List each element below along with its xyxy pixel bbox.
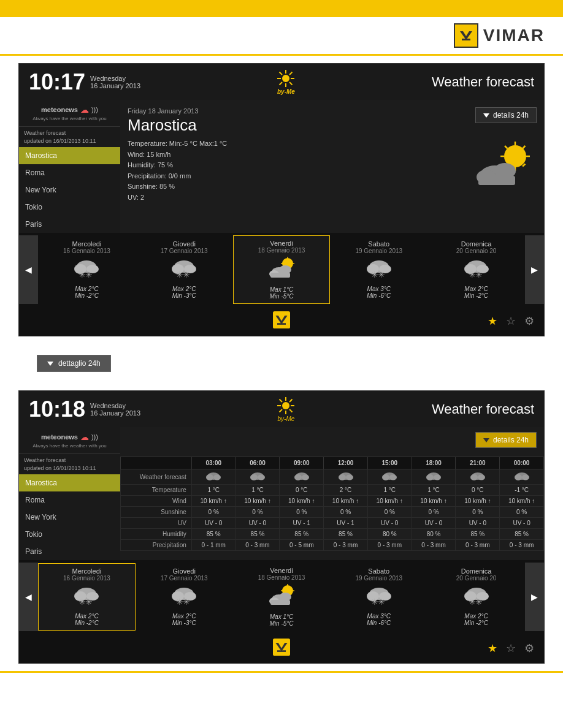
- forecast-day-0[interactable]: Mercoledi 16 Gennaio 2013 ✳ ✳ Max 2°CMin…: [38, 236, 136, 303]
- city-item2-marostica[interactable]: Marostica: [19, 474, 120, 491]
- day-icon2-4: ✳ ✳: [431, 584, 522, 610]
- hum-18: 80 %: [412, 529, 456, 540]
- day-name2-3: Sabato: [333, 567, 424, 575]
- hum-21: 85 %: [456, 529, 500, 540]
- forecast-day2-4[interactable]: Domenica 20 Gennaio 20 ✳ ✳ Max 2°CMin -2…: [427, 563, 525, 631]
- sun-cloud-small-2: [268, 256, 295, 279]
- sun-03: 0 %: [191, 507, 236, 518]
- prec-21: 0 - 3 mm: [456, 540, 500, 551]
- forecast-day2-2[interactable]: Venerdi 18 Gennaio 2013 Max: [233, 563, 331, 631]
- sun-21: 0 %: [456, 507, 500, 518]
- next-day-btn2[interactable]: ▶: [525, 563, 544, 631]
- widget1-time: 10:17: [29, 69, 85, 95]
- forecast-day2-3[interactable]: Sabato 19 Gennaio 2013 ✳ ✳ Max 3°CMin -6…: [330, 563, 427, 631]
- star-empty-icon2[interactable]: ☆: [506, 642, 516, 655]
- label-temp: Temperature: [121, 485, 192, 496]
- star-filled-icon2[interactable]: ★: [488, 642, 497, 655]
- city-item2-tokio[interactable]: Tokio: [19, 526, 120, 543]
- details-24h-btn1[interactable]: details 24h: [475, 107, 537, 123]
- city-item-tokio[interactable]: Tokio: [19, 199, 120, 216]
- day-temp-4: Max 2°CMin -2°C: [431, 286, 522, 299]
- wind-21: 10 km/h ↑: [456, 496, 500, 507]
- day-icon2-2: [236, 583, 327, 611]
- sun-12: 0 %: [324, 507, 368, 518]
- forecast-day2-1[interactable]: Giovedi 17 Gennaio 2013 ✳ ✳ Max 2°CMin -…: [136, 563, 233, 631]
- details-24h-btn2[interactable]: details 24h: [475, 432, 537, 448]
- svg-point-77: [346, 475, 353, 480]
- widget1-weekday: Wednesday: [90, 75, 140, 82]
- svg-line-17: [505, 146, 508, 149]
- hum-06: 85 %: [236, 529, 280, 540]
- day-name2-1: Giovedi: [139, 567, 230, 575]
- widget2-weekday: Wednesday: [90, 402, 140, 409]
- widget2-body: meteonews ☁ ))) Always have the weather …: [19, 427, 544, 634]
- prev-day-btn2[interactable]: ◀: [19, 563, 38, 631]
- svg-line-8: [280, 72, 283, 75]
- day-date-3: 19 Gennaio 2013: [333, 248, 424, 254]
- svg-rect-0: [457, 26, 475, 45]
- forecast-day-2[interactable]: Venerdi 18 Gennaio 2013 Max: [233, 235, 331, 304]
- label-precip: Precipitation: [121, 540, 192, 551]
- svg-point-88: [515, 474, 522, 480]
- byme-sun-icon: [276, 69, 296, 88]
- star-filled-icon1[interactable]: ★: [488, 314, 497, 328]
- city-item-newyork[interactable]: New York: [19, 181, 120, 199]
- day-name2-0: Mercoledi: [41, 567, 132, 575]
- uv-15: UV - 0: [367, 518, 412, 529]
- svg-rect-24: [478, 176, 515, 185]
- prec-09: 0 - 5 mm: [280, 540, 324, 551]
- city-item-marostica[interactable]: Marostica: [19, 147, 120, 164]
- svg-point-73: [294, 474, 302, 480]
- settings-icon2[interactable]: ⚙: [524, 642, 534, 655]
- city-item2-paris[interactable]: Paris: [19, 543, 120, 560]
- widget1-date-block: Wednesday 16 January 2013: [90, 75, 140, 89]
- svg-point-41: [279, 265, 291, 274]
- uv-06: UV - 0: [236, 518, 280, 529]
- svg-point-68: [213, 475, 221, 480]
- settings-icon1[interactable]: ⚙: [524, 314, 534, 328]
- detail-standalone-btn[interactable]: dettaglio 24h: [37, 355, 111, 372]
- updated-label2: Weather forecast: [24, 457, 115, 464]
- snow-icon-1: ✳ ✳: [172, 257, 196, 279]
- table-row-precip: Precipitation 0 - 1 mm 0 - 3 mm 0 - 5 mm…: [121, 540, 544, 551]
- svg-point-74: [302, 475, 309, 480]
- day-temp2-1: Max 2°CMin -3°C: [139, 613, 230, 626]
- city-item2-roma[interactable]: Roma: [19, 491, 120, 509]
- meteonews-logo2: meteonews ☁ ))) Always have the weather …: [19, 427, 120, 454]
- updated-on1: updated on 16/01/2013 10:11: [24, 137, 115, 145]
- label-wind: Wind: [121, 496, 192, 507]
- weather-icon-large1: [469, 139, 537, 190]
- day-icon2-3: ✳ ✳: [333, 584, 424, 610]
- snow-icon2-0: ✳ ✳: [74, 584, 99, 606]
- city-item-roma[interactable]: Roma: [19, 164, 120, 181]
- detail-table2: 03:00 06:00 09:00 12:00 15:00 18:00 21:0…: [120, 457, 544, 551]
- widget1-forecast-content: Friday 18 January 2013 Marostica Tempera…: [120, 100, 544, 233]
- forecast-day-4[interactable]: Domenica 20 Gennaio 20 ✳ ✳ Max 2°CMin -2…: [427, 236, 525, 303]
- city-item2-newyork[interactable]: New York: [19, 509, 120, 526]
- forecast-day2-0[interactable]: Mercoledi 16 Gennaio 2013 ✳ ✳ Max 2°CMin…: [38, 563, 136, 631]
- temp-06: 1 °C: [236, 485, 280, 496]
- city-item-paris[interactable]: Paris: [19, 216, 120, 233]
- top-divider: [0, 54, 563, 56]
- star-empty-icon1[interactable]: ☆: [506, 314, 516, 328]
- next-day-btn1[interactable]: ▶: [525, 235, 544, 304]
- forecast-day-3[interactable]: Sabato 19 Gennaio 2013 ✳ ✳ Max 3°CMin -6…: [330, 236, 427, 303]
- svg-text:✳: ✳: [85, 597, 93, 606]
- forecast-day-1[interactable]: Giovedi 17 Gennaio 2013 ✳ ✳ Max 2°CMin -…: [136, 236, 233, 303]
- prev-day-btn1[interactable]: ◀: [19, 235, 38, 304]
- day-icon2-1: ✳ ✳: [139, 584, 230, 610]
- hour-18: 18:00: [412, 457, 456, 469]
- widget2-date: 16 January 2013: [90, 409, 140, 417]
- day-temp-0: Max 2°CMin -2°C: [41, 286, 132, 299]
- widget1-time-block: 10:17 Wednesday 16 January 2013: [29, 69, 140, 95]
- svg-point-89: [522, 475, 529, 480]
- svg-rect-121: [277, 651, 286, 653]
- svg-line-64: [289, 400, 293, 403]
- wind-18: 10 km/h ↑: [412, 496, 456, 507]
- details-24h-label2: details 24h: [493, 436, 529, 444]
- svg-point-76: [339, 474, 346, 480]
- hour-21: 21:00: [456, 457, 500, 469]
- table-row-uv: UV UV - 0 UV - 0 UV - 1 UV - 1 UV - 0 UV…: [121, 518, 544, 529]
- day-icon-3: ✳ ✳: [333, 257, 424, 283]
- uv-18: UV - 0: [412, 518, 456, 529]
